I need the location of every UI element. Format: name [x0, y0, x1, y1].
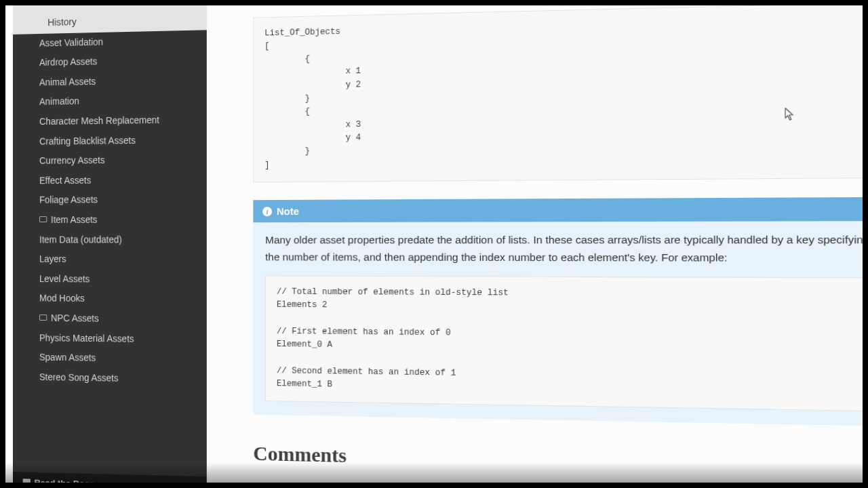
note-title-bar: i Note [253, 197, 863, 223]
sidebar-item-foliage-assets[interactable]: Foliage Assets [13, 190, 207, 211]
sidebar-item-spawn-assets[interactable]: Spawn Assets [13, 348, 207, 370]
sidebar-item-label: NPC Assets [51, 312, 99, 323]
info-icon: i [262, 207, 272, 216]
sidebar: Color History Asset Validation Airdrop A… [13, 5, 207, 483]
sidebar-item-character-mesh[interactable]: Character Mesh Replacement [13, 110, 207, 132]
code-example-1: List_Of_Objects [ { x 1 y 2 } { x 3 y 4 … [253, 5, 863, 182]
note-body: Many older asset properties predate the … [253, 221, 863, 426]
sidebar-item-effect-assets[interactable]: Effect Assets [13, 169, 207, 190]
sidebar-item-mod-hooks[interactable]: Mod Hooks [13, 289, 207, 310]
folder-icon [39, 216, 47, 222]
note-body-text: Many older asset properties predate the … [265, 231, 863, 267]
sidebar-item-npc-assets[interactable]: NPC Assets [13, 308, 207, 330]
sidebar-item-stereo-song[interactable]: Stereo Song Assets [13, 367, 207, 390]
sidebar-item-item-data[interactable]: Item Data (outdated) [13, 230, 207, 250]
sidebar-item-item-assets[interactable]: Item Assets [13, 209, 207, 230]
readthedocs-header[interactable]: Read the Docs v: stable [22, 476, 200, 483]
readthedocs-title: Read the Docs [34, 478, 94, 483]
note-box: i Note Many older asset properties preda… [253, 197, 863, 426]
code-example-2: // Total number of elements in old-style… [265, 275, 863, 411]
sidebar-item-currency-assets[interactable]: Currency Assets [13, 150, 207, 171]
folder-icon [39, 314, 47, 321]
sidebar-main-section: Asset Validation Airdrop Assets Animal A… [13, 30, 207, 390]
sidebar-item-label: Item Assets [51, 214, 98, 225]
readthedocs-panel: Read the Docs v: stable Versions latest … [13, 472, 207, 483]
sidebar-item-layers[interactable]: Layers [13, 249, 207, 270]
comments-heading: Comments [253, 442, 863, 481]
sidebar-item-animal-assets[interactable]: Animal Assets [13, 70, 207, 93]
sidebar-item-physics-material[interactable]: Physics Material Assets [13, 328, 207, 350]
sidebar-item-animation[interactable]: Animation [13, 89, 207, 113]
main-content: Lists can also contain dictionaries as s… [207, 5, 863, 483]
version-selector[interactable]: v: stable [155, 481, 199, 483]
sidebar-item-level-assets[interactable]: Level Assets [13, 269, 207, 289]
note-title-text: Note [277, 205, 299, 217]
sidebar-item-crafting-blacklist[interactable]: Crafting Blacklist Assets [13, 129, 207, 151]
book-icon [23, 479, 31, 483]
